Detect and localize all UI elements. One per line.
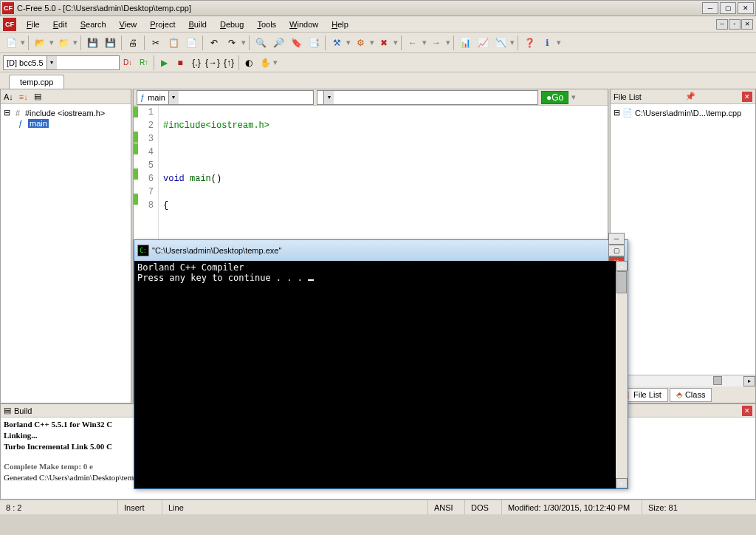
menu-file[interactable]: FFileile bbox=[21, 18, 46, 30]
console-minimize-button[interactable]: ─ bbox=[608, 233, 625, 245]
tool2-button[interactable]: 📈 bbox=[475, 35, 491, 51]
release-config-button[interactable]: R↑ bbox=[136, 55, 152, 71]
save-button[interactable]: 💾 bbox=[84, 35, 100, 51]
h-scrollbar[interactable]: ◂ ▸ bbox=[611, 375, 755, 386]
step-over-button[interactable]: {→} bbox=[205, 55, 221, 71]
print-button[interactable]: 🖨 bbox=[125, 35, 141, 51]
console-titlebar[interactable]: C: "C:\Users\admin\Desktop\temp.exe" ─ ▢… bbox=[134, 240, 628, 261]
file-list-title: File List bbox=[614, 92, 642, 101]
build-button[interactable]: ⚒ bbox=[329, 35, 345, 51]
undo-button[interactable]: ↶ bbox=[206, 35, 222, 51]
help-button[interactable]: ❓ bbox=[521, 35, 537, 51]
maximize-button[interactable]: ▢ bbox=[720, 2, 736, 14]
nav-combo2[interactable]: ▾ bbox=[317, 90, 538, 105]
build-icon: ▤ bbox=[4, 406, 11, 415]
menu-help[interactable]: Help bbox=[326, 18, 354, 30]
scroll-down-button[interactable]: ▾ bbox=[616, 478, 628, 488]
sort-az-icon[interactable]: A↓ bbox=[4, 92, 13, 101]
tab-class[interactable]: ⬘ Class bbox=[670, 388, 712, 402]
redo-button[interactable]: ↷ bbox=[224, 35, 240, 51]
menu-tools[interactable]: Tools bbox=[251, 18, 282, 30]
open-button[interactable]: 📂 bbox=[32, 35, 48, 51]
status-size: Size: 81 bbox=[642, 500, 756, 514]
statusbar: 8 : 2 Insert Line ANSI DOS Modified: 1/3… bbox=[0, 500, 756, 514]
file-tree: ⊟ 📄 C:\Users\admin\D...\temp.cpp bbox=[611, 104, 755, 121]
console-icon: C: bbox=[137, 245, 149, 256]
file-list-panel: File List 📌 ✕ ⊟ 📄 C:\Users\admin\D...\te… bbox=[610, 89, 756, 403]
status-position: 8 : 2 bbox=[0, 500, 118, 514]
sort-line-icon[interactable]: ≡↓ bbox=[19, 92, 28, 101]
status-modified: Modified: 1/30/2015, 10:12:40 PM bbox=[502, 500, 642, 514]
step-into-button[interactable]: {.} bbox=[188, 55, 205, 71]
tree-include[interactable]: ⊟ # #include <iostream.h> bbox=[4, 107, 128, 118]
menu-view[interactable]: View bbox=[114, 18, 143, 30]
new-file-button[interactable]: 📄 bbox=[3, 35, 19, 51]
build-title: Build bbox=[14, 406, 32, 415]
symbol-combo-value: main bbox=[148, 93, 165, 102]
go-button[interactable]: ● Go bbox=[541, 91, 568, 104]
find-button[interactable]: 🔍 bbox=[252, 35, 269, 51]
open-project-button[interactable]: 📁 bbox=[55, 35, 72, 51]
menu-debug[interactable]: Debug bbox=[214, 18, 250, 30]
tool1-button[interactable]: 📊 bbox=[457, 35, 473, 51]
compiler-combo-value: [D] bcc5.5 bbox=[7, 58, 44, 67]
file-list-header: File List 📌 ✕ bbox=[611, 89, 755, 104]
run-button[interactable]: ▶ bbox=[156, 55, 172, 71]
class-icon: ⬘ bbox=[676, 390, 682, 400]
mdi-restore-button[interactable]: ▫ bbox=[729, 19, 740, 30]
status-insert: Insert bbox=[118, 500, 162, 514]
stop-button[interactable]: ■ bbox=[172, 55, 188, 71]
mdi-minimize-button[interactable]: ─ bbox=[716, 19, 728, 30]
file-row[interactable]: ⊟ 📄 C:\Users\admin\D...\temp.cpp bbox=[614, 107, 752, 118]
step-out-button[interactable]: {↑} bbox=[221, 55, 237, 71]
func-icon: ƒ bbox=[140, 93, 145, 102]
mdi-close-button[interactable]: ✕ bbox=[741, 19, 753, 30]
console-window[interactable]: C: "C:\Users\admin\Desktop\temp.exe" ─ ▢… bbox=[134, 239, 628, 489]
save-all-button[interactable]: 💾 bbox=[102, 35, 118, 51]
menu-project[interactable]: Project bbox=[144, 18, 181, 30]
bookmark-button[interactable]: 🔖 bbox=[288, 35, 304, 51]
pause-button[interactable]: ✋ bbox=[257, 55, 273, 71]
tab-temp-cpp[interactable]: temp.cpp bbox=[9, 75, 64, 89]
scroll-right-button[interactable]: ▸ bbox=[743, 376, 755, 386]
cut-button[interactable]: ✂ bbox=[148, 35, 164, 51]
menu-search[interactable]: Search bbox=[75, 18, 112, 30]
symbol-combo[interactable]: ƒ main ▾ bbox=[137, 90, 314, 105]
forward-button[interactable]: → bbox=[428, 35, 444, 51]
file-icon: 📄 bbox=[622, 108, 633, 117]
goto-button[interactable]: 📑 bbox=[306, 35, 322, 51]
menu-edit[interactable]: Edit bbox=[47, 18, 73, 30]
tree-view-icon[interactable]: ▤ bbox=[34, 92, 41, 101]
about-button[interactable]: ℹ bbox=[539, 35, 555, 51]
status-os: DOS bbox=[465, 500, 502, 514]
close-build-button[interactable]: ✕ bbox=[742, 406, 752, 416]
find-files-button[interactable]: 🔎 bbox=[270, 35, 286, 51]
minimize-button[interactable]: ─ bbox=[702, 2, 718, 14]
console-scrollbar[interactable]: ▴ ▾ bbox=[616, 261, 628, 488]
breakpoint-button[interactable]: ◐ bbox=[241, 55, 257, 71]
close-button[interactable]: ✕ bbox=[738, 2, 754, 14]
copy-button[interactable]: 📋 bbox=[165, 35, 182, 51]
debug-toolbar: [D] bcc5.5 ▾ D↓ R↑ ▶ ■ {.} {→} {↑} ◐ ✋▾ bbox=[0, 53, 756, 72]
tool3-button[interactable]: 📉 bbox=[492, 35, 509, 51]
scroll-up-button[interactable]: ▴ bbox=[616, 261, 628, 271]
symbol-panel: A↓ ≡↓ ▤ ⊟ # #include <iostream.h> ƒ main bbox=[0, 89, 131, 403]
pin-icon[interactable]: 📌 bbox=[685, 92, 695, 101]
tree-main[interactable]: ƒ main bbox=[4, 118, 128, 129]
menu-window[interactable]: Window bbox=[284, 18, 324, 30]
file-path: C:\Users\admin\D...\temp.cpp bbox=[635, 109, 741, 117]
include-label: #include <iostream.h> bbox=[25, 109, 105, 117]
paste-button[interactable]: 📄 bbox=[183, 35, 199, 51]
close-panel-button[interactable]: ✕ bbox=[742, 92, 752, 102]
compiler-combo[interactable]: [D] bcc5.5 ▾ bbox=[3, 55, 120, 70]
console-maximize-button[interactable]: ▢ bbox=[608, 245, 625, 256]
hash-icon: # bbox=[13, 109, 23, 117]
clean-button[interactable]: ✖ bbox=[376, 35, 392, 51]
debug-config-button[interactable]: D↓ bbox=[120, 55, 136, 71]
status-encoding: ANSI bbox=[428, 500, 465, 514]
console-output[interactable]: Borland C++ Compiler Press any key to co… bbox=[134, 261, 628, 488]
menu-build[interactable]: Build bbox=[183, 18, 213, 30]
rebuild-button[interactable]: ⚙ bbox=[352, 35, 368, 51]
right-panel-tabs: 📋 File List ⬘ Class bbox=[611, 386, 755, 403]
back-button[interactable]: ← bbox=[405, 35, 421, 51]
